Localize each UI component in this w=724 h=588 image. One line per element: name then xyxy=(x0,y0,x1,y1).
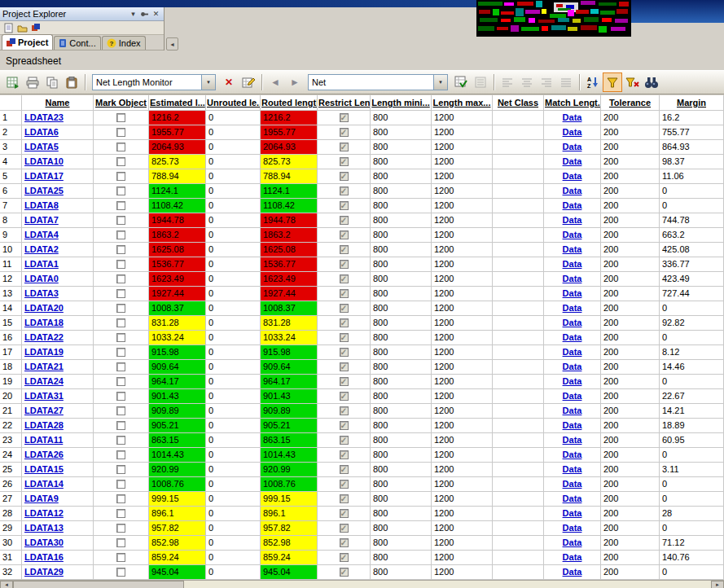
row-number[interactable]: 2 xyxy=(0,125,22,140)
estimated-length-cell[interactable]: 964.17 xyxy=(149,375,206,389)
routed-length-cell[interactable]: 1536.77 xyxy=(261,257,318,272)
close-icon[interactable]: ✕ xyxy=(151,9,161,20)
tab-scroll-left-button[interactable]: ◄ xyxy=(166,37,178,50)
unrouted-length-cell[interactable]: 0 xyxy=(206,404,261,419)
estimated-length-cell[interactable]: 1108.42 xyxy=(149,199,206,213)
match-length-link[interactable]: Data xyxy=(563,111,582,125)
length-max-cell[interactable]: 1200 xyxy=(432,301,493,316)
net-class-cell[interactable] xyxy=(493,565,544,580)
length-max-cell[interactable]: 1200 xyxy=(432,477,493,492)
align-justify-icon[interactable] xyxy=(556,72,576,92)
match-length-link[interactable]: Data xyxy=(563,448,582,462)
routed-length-cell[interactable]: 920.99 xyxy=(261,463,318,477)
estimated-length-cell[interactable]: 1863.2 xyxy=(149,228,206,243)
mark-object-checkbox[interactable] xyxy=(116,333,125,342)
row-number[interactable]: 30 xyxy=(0,536,22,551)
length-max-cell[interactable]: 1200 xyxy=(432,448,493,463)
net-name-link[interactable]: LDATA1 xyxy=(24,259,59,269)
export-spreadsheet-icon[interactable] xyxy=(3,72,23,92)
length-min-cell[interactable]: 800 xyxy=(371,448,432,463)
net-name-link[interactable]: LDATA10 xyxy=(24,156,64,166)
net-name-link[interactable]: LDATA30 xyxy=(24,538,64,547)
net-name-link[interactable]: LDATA2 xyxy=(24,244,59,254)
tab-content[interactable]: Cont... xyxy=(54,36,100,50)
margin-cell[interactable]: 140.76 xyxy=(660,551,724,565)
tolerance-cell[interactable]: 200 xyxy=(601,507,660,521)
margin-cell[interactable]: 16.2 xyxy=(660,111,724,125)
estimated-length-cell[interactable]: 1124.1 xyxy=(149,184,206,199)
estimated-length-cell[interactable]: 896.1 xyxy=(149,507,206,521)
margin-cell[interactable]: 3.11 xyxy=(660,463,724,477)
routed-length-cell[interactable]: 788.94 xyxy=(261,169,318,184)
row-number[interactable]: 10 xyxy=(0,243,22,257)
sort-icon[interactable]: AZ xyxy=(583,72,603,92)
routed-length-cell[interactable]: 905.21 xyxy=(261,419,318,433)
mark-object-checkbox[interactable] xyxy=(116,465,125,474)
match-length-link[interactable]: Data xyxy=(563,169,582,183)
tolerance-cell[interactable]: 200 xyxy=(601,536,660,551)
mark-object-checkbox[interactable] xyxy=(116,128,125,137)
net-class-cell[interactable] xyxy=(493,419,544,433)
length-min-cell[interactable]: 800 xyxy=(371,375,432,389)
net-name-link[interactable]: LDATA0 xyxy=(24,274,59,283)
margin-cell[interactable]: 0 xyxy=(660,331,724,345)
length-min-cell[interactable]: 800 xyxy=(371,433,432,448)
net-name-link[interactable]: LDATA16 xyxy=(24,552,64,562)
margin-cell[interactable]: 425.08 xyxy=(660,243,724,257)
match-length-link[interactable]: Data xyxy=(563,389,582,403)
tolerance-cell[interactable]: 200 xyxy=(601,551,660,565)
margin-cell[interactable]: 755.77 xyxy=(660,125,724,140)
routed-length-cell[interactable]: 1625.08 xyxy=(261,243,318,257)
row-number[interactable]: 12 xyxy=(0,272,22,287)
length-min-cell[interactable]: 800 xyxy=(371,228,432,243)
filter-icon[interactable] xyxy=(603,72,622,92)
copy-icon[interactable] xyxy=(42,72,62,92)
row-number[interactable]: 31 xyxy=(0,551,22,565)
length-max-cell[interactable]: 1200 xyxy=(432,345,493,360)
net-class-cell[interactable] xyxy=(493,111,544,125)
unrouted-length-cell[interactable]: 0 xyxy=(206,565,261,580)
match-length-link[interactable]: Data xyxy=(563,477,582,491)
length-min-cell[interactable]: 800 xyxy=(371,521,432,536)
net-name-link[interactable]: LDATA26 xyxy=(24,450,64,459)
margin-cell[interactable]: 98.37 xyxy=(660,155,724,169)
routed-length-cell[interactable]: 1008.37 xyxy=(261,301,318,316)
row-number[interactable]: 13 xyxy=(0,287,22,301)
pin-icon[interactable] xyxy=(139,9,150,20)
margin-cell[interactable]: 0 xyxy=(660,492,724,507)
align-center-icon[interactable] xyxy=(517,72,537,92)
mark-object-checkbox[interactable] xyxy=(116,201,125,210)
net-class-cell[interactable] xyxy=(493,463,544,477)
routed-length-cell[interactable]: 831.28 xyxy=(261,316,318,331)
routed-length-cell[interactable]: 964.17 xyxy=(261,375,318,389)
tolerance-cell[interactable]: 200 xyxy=(601,316,660,331)
mark-object-checkbox[interactable] xyxy=(116,143,125,151)
component-icon[interactable] xyxy=(30,23,42,33)
routed-length-cell[interactable]: 957.82 xyxy=(261,521,318,536)
match-length-link[interactable]: Data xyxy=(563,521,582,535)
tolerance-cell[interactable]: 200 xyxy=(601,404,660,419)
estimated-length-cell[interactable]: 1625.08 xyxy=(149,243,206,257)
tolerance-cell[interactable]: 200 xyxy=(601,111,660,125)
length-max-cell[interactable]: 1200 xyxy=(432,375,493,389)
net-class-cell[interactable] xyxy=(493,492,544,507)
mark-object-checkbox[interactable] xyxy=(116,260,125,269)
net-class-cell[interactable] xyxy=(493,272,544,287)
tolerance-cell[interactable]: 200 xyxy=(601,521,660,536)
margin-cell[interactable]: 22.67 xyxy=(660,389,724,404)
margin-cell[interactable]: 60.95 xyxy=(660,433,724,448)
length-min-cell[interactable]: 800 xyxy=(371,213,432,228)
estimated-length-cell[interactable]: 909.64 xyxy=(149,360,206,375)
net-class-cell[interactable] xyxy=(493,140,544,155)
unrouted-length-cell[interactable]: 0 xyxy=(206,492,261,507)
net-class-cell[interactable] xyxy=(493,213,544,228)
routed-length-cell[interactable]: 863.15 xyxy=(261,433,318,448)
length-max-cell[interactable]: 1200 xyxy=(432,155,493,169)
length-max-cell[interactable]: 1200 xyxy=(432,125,493,140)
net-name-link[interactable]: LDATA3 xyxy=(24,288,59,298)
align-left-icon[interactable] xyxy=(498,72,517,92)
tolerance-cell[interactable]: 200 xyxy=(601,360,660,375)
paste-icon[interactable] xyxy=(62,72,81,92)
unrouted-length-cell[interactable]: 0 xyxy=(206,375,261,389)
row-number[interactable]: 22 xyxy=(0,419,22,433)
